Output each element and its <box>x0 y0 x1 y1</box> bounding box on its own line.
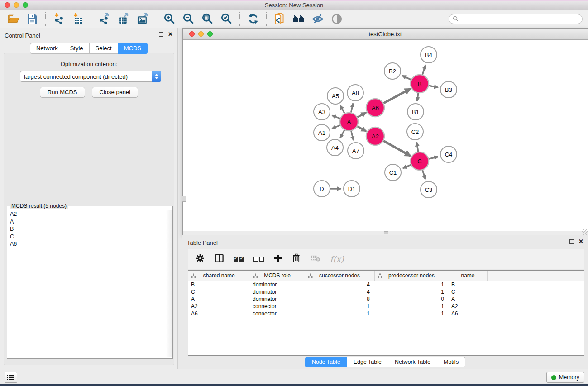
table-row[interactable]: A2connector11A2 <box>188 303 584 310</box>
import-table-button[interactable] <box>70 12 86 26</box>
graph-edge-A-A6[interactable] <box>358 113 366 117</box>
float-table-panel-icon[interactable] <box>569 239 574 244</box>
export-image-button[interactable] <box>135 12 150 26</box>
table-row[interactable]: Cdominator41C <box>188 288 584 295</box>
delete-column-button[interactable] <box>292 253 301 265</box>
zoom-out-button[interactable] <box>181 12 196 26</box>
import-network-button[interactable] <box>51 12 67 26</box>
create-column-button[interactable] <box>273 254 282 265</box>
delete-table-icon <box>310 254 320 262</box>
tab-edge-table[interactable]: Edge Table <box>347 357 388 367</box>
tab-node-table[interactable]: Node Table <box>305 357 347 367</box>
mcds-result-item[interactable]: A6 <box>8 240 165 248</box>
close-panel-icon[interactable]: ✕ <box>168 32 173 37</box>
search-field[interactable] <box>449 14 583 24</box>
mcds-result-item[interactable]: B <box>8 225 165 233</box>
graph-edge-A6-B[interactable] <box>383 89 410 103</box>
graph-node-label-C: C <box>417 158 421 165</box>
graph-edge-A-A4[interactable] <box>340 130 344 138</box>
zoom-selected-button[interactable] <box>219 12 234 26</box>
column-header-name[interactable]: name <box>449 271 487 281</box>
refresh-button[interactable] <box>245 12 261 26</box>
graph-node-label-D: D <box>320 186 324 192</box>
zoom-fit-button[interactable] <box>200 12 215 26</box>
graph-edge-C-C3[interactable] <box>422 170 425 179</box>
unselect-all-columns-button[interactable] <box>253 257 264 262</box>
column-header-shared-name[interactable]: shared name <box>188 271 250 281</box>
close-table-panel-icon[interactable]: ✕ <box>578 239 583 244</box>
show-columns-button[interactable] <box>215 253 224 265</box>
function-builder-button[interactable]: f(x) <box>330 254 344 264</box>
network-snapshot-button[interactable] <box>272 12 287 26</box>
float-panel-icon[interactable] <box>159 32 163 37</box>
tab-mcds[interactable]: MCDS <box>118 43 148 54</box>
tab-network-table[interactable]: Network Table <box>388 357 437 367</box>
hide-panels-button[interactable] <box>310 12 325 26</box>
graph-edge-B-B1[interactable] <box>417 93 418 101</box>
graph-edge-B-B4[interactable] <box>422 65 425 75</box>
import-network-icon <box>53 13 65 25</box>
memory-button[interactable]: Memory <box>546 372 584 383</box>
graph-edge-A-A2[interactable] <box>357 126 366 131</box>
zoom-in-button[interactable] <box>162 12 177 26</box>
table-row[interactable]: A6connector11A6 <box>188 310 584 317</box>
table-cell: 1 <box>374 303 449 310</box>
graph-edge-C-C1[interactable] <box>403 165 411 168</box>
mcds-result-item[interactable]: A2 <box>8 210 165 218</box>
control-panel: Control Panel ✕ Network Style Select MCD… <box>0 28 178 369</box>
table-settings-button[interactable] <box>195 253 205 265</box>
delete-table-button[interactable] <box>310 254 320 264</box>
window-resize-grip[interactable] <box>582 229 588 235</box>
node-table[interactable]: shared name MCDS role successor nodes <box>188 270 584 356</box>
graph-edge-A-A3[interactable] <box>332 115 340 119</box>
graph-edge-A2-C[interactable] <box>383 141 411 156</box>
export-table-button[interactable] <box>116 12 131 26</box>
graph-edge-C-C2[interactable] <box>417 143 418 152</box>
mcds-result-list[interactable]: A2ABCA6 <box>8 210 165 357</box>
run-mcds-button[interactable]: Run MCDS <box>40 87 85 98</box>
session-title: Session: New Session <box>0 2 588 9</box>
graph-node-label-A4: A4 <box>331 144 339 151</box>
task-history-button[interactable] <box>5 372 17 383</box>
table-row[interactable]: Bdominator41B <box>188 281 584 288</box>
graph-edge-B-B3[interactable] <box>429 86 438 87</box>
dropdown-selected-value: largest connected component (directed) <box>20 73 152 80</box>
show-panels-button[interactable] <box>329 12 344 26</box>
result-scrollbar[interactable] <box>166 210 172 357</box>
mcds-result-item[interactable]: A <box>8 218 165 226</box>
graph-node-label-A2: A2 <box>372 133 379 140</box>
graph-edge-B-B2[interactable] <box>402 76 411 80</box>
home-button[interactable] <box>291 12 306 26</box>
tab-network[interactable]: Network <box>30 43 64 54</box>
graph-edge-A-A5[interactable] <box>340 105 344 113</box>
graph-edge-A-A1[interactable] <box>332 125 340 129</box>
select-all-columns-button[interactable] <box>234 257 244 262</box>
checked-checkbox-icon <box>234 257 238 262</box>
import-table-icon <box>72 13 84 25</box>
vertical-scrollbar-thumb[interactable] <box>182 196 186 202</box>
open-session-button[interactable] <box>5 12 21 26</box>
export-network-button[interactable] <box>97 12 112 26</box>
optimization-criterion-dropdown[interactable]: largest connected component (directed) <box>20 71 161 82</box>
table-row[interactable]: Adominator80A <box>188 295 584 303</box>
search-input[interactable] <box>461 16 578 22</box>
mcds-result-item[interactable]: C <box>8 233 165 241</box>
close-panel-button[interactable]: Close panel <box>92 87 139 98</box>
tab-motifs[interactable]: Motifs <box>437 357 465 367</box>
network-canvas[interactable]: AA1A2A3A4A5A6A7A8BB1B2B3B4CC1C2C3C4DD1 <box>183 40 588 231</box>
graph-edge-A-A7[interactable] <box>351 131 354 140</box>
horizontal-scrollbar-thumb[interactable] <box>384 231 388 234</box>
graph-edge-A-A8[interactable] <box>351 103 353 112</box>
refresh-icon <box>247 13 259 25</box>
column-header-mcds-role[interactable]: MCDS role <box>250 271 305 281</box>
export-network-icon <box>99 13 111 25</box>
mac-titlebar: Session: New Session <box>0 0 588 10</box>
tab-style[interactable]: Style <box>64 43 90 54</box>
network-window-title: testGlobe.txt <box>183 31 588 38</box>
tab-select[interactable]: Select <box>90 43 118 54</box>
graph-edge-C-C4[interactable] <box>429 157 438 159</box>
network-window-titlebar[interactable]: testGlobe.txt <box>183 29 588 40</box>
column-header-successor-nodes[interactable]: successor nodes <box>305 271 374 281</box>
save-session-button[interactable] <box>24 12 40 26</box>
column-header-predecessor-nodes[interactable]: predecessor nodes <box>374 271 449 281</box>
